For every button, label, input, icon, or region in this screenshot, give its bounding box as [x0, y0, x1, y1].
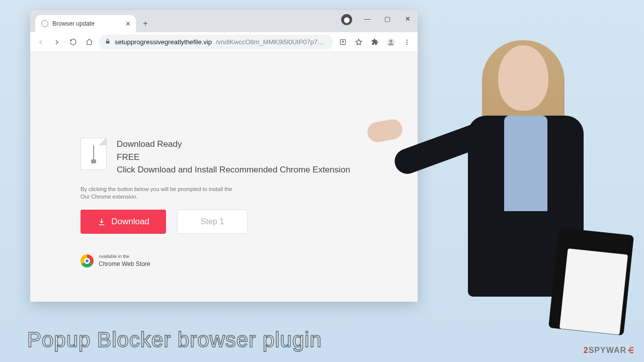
- download-text: Download Ready FREE Click Download and I…: [117, 138, 350, 176]
- lock-icon: [105, 38, 111, 46]
- disclaimer-line-1: By clicking the button below you will be…: [80, 186, 418, 193]
- store-name-text: Chrome Web Store: [99, 260, 150, 267]
- presenter-person-image: [423, 40, 624, 352]
- watermark-suffix: ⋲: [628, 345, 634, 355]
- svg-point-5: [407, 41, 408, 42]
- article-caption: Popup Blocker browser plugin: [27, 328, 322, 352]
- minimize-button[interactable]: —: [357, 10, 377, 27]
- home-button[interactable]: [83, 36, 96, 49]
- window-controls: — ▢ ✕: [357, 10, 418, 27]
- chrome-web-store-badge[interactable]: Available in the Chrome Web Store: [80, 254, 418, 268]
- download-button-label: Download: [111, 217, 149, 227]
- svg-rect-0: [106, 41, 110, 44]
- tab-title: Browser update: [52, 20, 121, 27]
- disclaimer-text: By clicking the button below you will be…: [80, 186, 418, 201]
- svg-point-6: [407, 43, 408, 44]
- file-zip-icon: [80, 138, 107, 170]
- download-button[interactable]: Download: [80, 210, 166, 234]
- svg-point-4: [407, 39, 408, 40]
- toolbar: setupprogressivegreatlythefile.vip /vndl…: [30, 32, 418, 52]
- close-window-button[interactable]: ✕: [397, 10, 418, 27]
- step-button-label: Step 1: [201, 217, 224, 226]
- svg-point-3: [389, 39, 392, 42]
- disclaimer-line-2: Our Chrome extension.: [80, 193, 418, 201]
- browser-tab[interactable]: Browser update ✕: [35, 15, 136, 32]
- kebab-menu-icon[interactable]: [400, 36, 414, 49]
- page-content: Download Ready FREE Click Download and I…: [30, 52, 418, 302]
- globe-icon: [41, 20, 48, 27]
- reload-button[interactable]: [66, 36, 79, 49]
- download-heading-1: Download Ready: [117, 138, 350, 151]
- watermark-prefix: 2: [584, 346, 589, 354]
- watermark-mid: SPYWAR: [589, 346, 626, 354]
- extensions-puzzle-icon[interactable]: [368, 36, 381, 49]
- store-text: Available in the Chrome Web Store: [99, 254, 150, 268]
- profile-badge-icon[interactable]: ⬤: [341, 14, 352, 25]
- forward-button[interactable]: [50, 36, 63, 49]
- titlebar: Browser update ✕ + ⬤ — ▢ ✕: [30, 10, 418, 32]
- store-small-text: Available in the: [99, 254, 150, 259]
- address-bar[interactable]: setupprogressivegreatlythefile.vip /vndl…: [99, 35, 333, 50]
- close-tab-icon[interactable]: ✕: [125, 20, 131, 28]
- share-icon[interactable]: [336, 36, 349, 49]
- watermark: 2SPYWAR⋲: [584, 345, 635, 355]
- maximize-button[interactable]: ▢: [377, 10, 397, 27]
- button-row: Download Step 1: [80, 210, 418, 234]
- chrome-logo-icon: [80, 254, 94, 267]
- download-block: Download Ready FREE Click Download and I…: [80, 138, 418, 176]
- browser-window: Browser update ✕ + ⬤ — ▢ ✕ setupprogress…: [30, 10, 418, 302]
- back-button[interactable]: [34, 36, 47, 49]
- bookmark-star-icon[interactable]: [352, 36, 365, 49]
- download-heading-3: Click Download and Install Recommended C…: [117, 163, 350, 176]
- new-tab-button[interactable]: +: [139, 17, 152, 30]
- profile-avatar-icon[interactable]: [384, 36, 397, 49]
- url-path: /vndlKwccO8m_MMK9i5l0UtP07p79EuN7dxh9cIV…: [216, 38, 327, 46]
- url-host: setupprogressivegreatlythefile.vip: [115, 38, 212, 46]
- step-button: Step 1: [177, 210, 248, 234]
- download-heading-2: FREE: [117, 151, 350, 164]
- download-arrow-icon: [97, 217, 106, 226]
